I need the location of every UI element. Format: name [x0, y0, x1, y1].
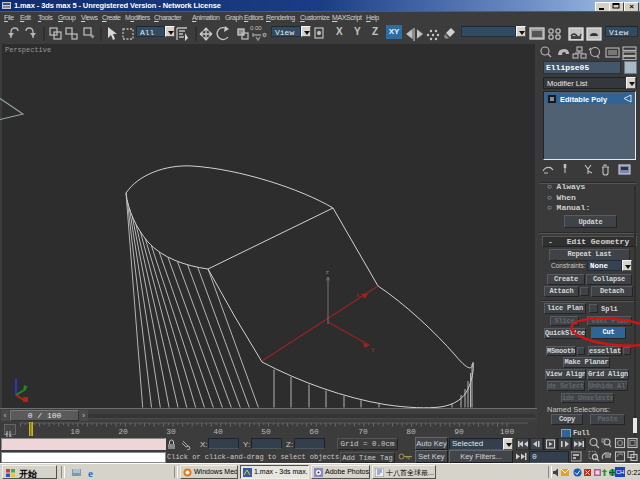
- svg-text:80: 80: [406, 427, 416, 436]
- svg-text:60: 60: [309, 427, 319, 436]
- svg-text:10: 10: [70, 427, 80, 436]
- svg-text:40: 40: [213, 427, 223, 436]
- svg-text:30: 30: [166, 427, 176, 436]
- svg-text:50: 50: [261, 427, 271, 436]
- svg-text:70: 70: [358, 427, 368, 436]
- svg-text:e: e: [88, 467, 93, 478]
- svg-text:100: 100: [500, 427, 515, 436]
- svg-text:90: 90: [454, 427, 464, 436]
- svg-text:z: z: [326, 269, 330, 276]
- svg-text:x: x: [356, 292, 360, 299]
- svg-text:y: y: [371, 346, 375, 353]
- svg-text:20: 20: [118, 427, 128, 436]
